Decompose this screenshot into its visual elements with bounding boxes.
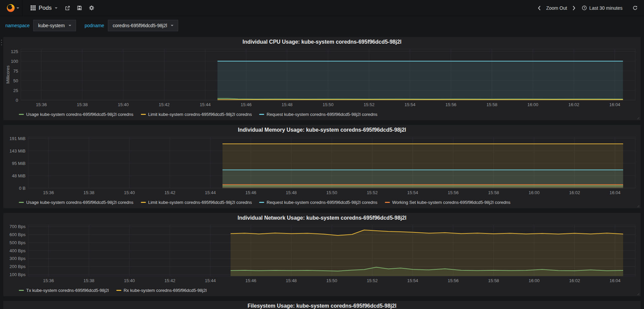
row-menu-handle[interactable] — [0, 39, 3, 46]
x-tick-label: 15:46 — [245, 278, 256, 283]
variable-label-namespace: namespace — [5, 23, 30, 28]
x-tick-label: 15:48 — [282, 102, 293, 107]
x-tick-label: 15:40 — [124, 278, 135, 283]
template-variables-bar: namespace kube-system podname coredns-69… — [0, 16, 644, 35]
x-tick-label: 15:50 — [326, 278, 337, 283]
chevron-down-icon — [55, 7, 57, 9]
x-tick-label: 15:38 — [77, 102, 88, 107]
x-tick-label: 15:40 — [118, 102, 129, 107]
x-tick-label: 15:36 — [43, 190, 54, 195]
legend-item[interactable]: Limit kube-system coredns-695f96dcd5-98j… — [141, 200, 252, 205]
panel-memory-usage: Individual Memory Usage: kube-system cor… — [3, 125, 641, 208]
x-tick-label: 15:58 — [486, 102, 497, 107]
time-range-button[interactable]: Last 30 minutes — [578, 0, 626, 16]
navbar-divider — [22, 0, 23, 16]
panel-resize-handle[interactable] — [636, 204, 640, 208]
x-tick-label: 15:36 — [36, 102, 47, 107]
series-fill — [231, 230, 623, 276]
legend-item[interactable]: Limit kube-system coredns-695f96dcd5-98j… — [141, 112, 252, 117]
save-button[interactable] — [74, 0, 86, 16]
settings-button[interactable] — [86, 0, 98, 16]
legend-series-name: Tx kube-system coredns-695f96dcd5-98j2l — [26, 288, 109, 293]
save-icon — [77, 5, 82, 10]
share-button[interactable] — [62, 0, 74, 16]
variable-podname: podname coredns-695f96dcd5-98j2l — [85, 20, 178, 31]
legend-color-swatch — [19, 202, 24, 203]
x-tick-label: 15:50 — [326, 190, 337, 195]
refresh-icon — [633, 5, 638, 10]
memory-usage-chart[interactable]: 0 B48 MiB95 MiB143 MiB191 MiB15:3615:381… — [5, 135, 639, 197]
legend-color-swatch — [19, 114, 24, 115]
panel-resize-handle[interactable] — [636, 116, 640, 120]
chart-legend: Tx kube-system coredns-695f96dcd5-98j2lR… — [5, 285, 639, 295]
time-forward-button[interactable] — [570, 0, 578, 16]
x-tick-label: 15:46 — [241, 102, 252, 107]
x-tick-label: 15:42 — [164, 190, 175, 195]
y-tick-label: 300 Bps — [9, 256, 26, 261]
variable-select-namespace[interactable]: kube-system — [33, 20, 76, 31]
y-tick-label: 100 — [11, 59, 18, 64]
variable-select-podname[interactable]: coredns-695f96dcd5-98j2l — [108, 20, 178, 31]
x-tick-label: 15:38 — [83, 190, 94, 195]
time-back-button[interactable] — [535, 0, 544, 16]
x-tick-label: 15:48 — [286, 278, 297, 283]
grid-icon — [31, 5, 36, 10]
zoom-out-button[interactable]: Zoom Out — [544, 0, 570, 16]
x-tick-label: 16:02 — [569, 278, 580, 283]
legend-item[interactable]: Rx kube-system coredns-695f96dcd5-98j2l — [116, 288, 207, 293]
x-tick-label: 16:00 — [527, 102, 538, 107]
panel-network-usage: Individual Network Usage: kube-system co… — [3, 213, 641, 296]
time-controls: Zoom Out Last 30 minutes — [535, 0, 641, 16]
legend-item[interactable]: Usage kube-system coredns-695f96dcd5-98j… — [19, 112, 133, 117]
x-tick-label: 16:04 — [609, 102, 620, 107]
x-tick-label: 15:44 — [205, 190, 216, 195]
x-tick-label: 15:54 — [407, 190, 418, 195]
panel-title[interactable]: Individual Network Usage: kube-system co… — [5, 213, 639, 223]
dashboard-body: Individual CPU Usage: kube-system coredn… — [0, 35, 644, 309]
panel-title[interactable]: Individual Memory Usage: kube-system cor… — [5, 125, 639, 135]
legend-item[interactable]: Request kube-system coredns-695f96dcd5-9… — [259, 112, 377, 117]
x-tick-label: 15:44 — [205, 278, 216, 283]
panel-resize-handle[interactable] — [636, 292, 640, 296]
panel-title[interactable]: Filesystem Usage: kube-system coredns-69… — [5, 301, 639, 309]
refresh-button[interactable] — [629, 0, 641, 16]
legend-series-name: Usage kube-system coredns-695f96dcd5-98j… — [26, 200, 133, 205]
share-icon — [65, 5, 70, 11]
x-tick-label: 16:00 — [529, 190, 540, 195]
dashboard-title: Pods — [39, 5, 52, 11]
cpu-usage-chart[interactable]: 025507510012515:3615:3815:4015:4215:4415… — [5, 47, 639, 109]
x-tick-label: 15:58 — [488, 190, 499, 195]
dashboard-picker[interactable]: Pods — [27, 0, 62, 16]
x-tick-label: 16:04 — [610, 278, 621, 283]
legend-item[interactable]: Tx kube-system coredns-695f96dcd5-98j2l — [19, 288, 109, 293]
x-tick-label: 15:40 — [124, 190, 135, 195]
y-tick-label: 125 — [11, 49, 18, 54]
y-tick-label: 700 Bps — [9, 224, 26, 229]
y-tick-label: 0 B — [19, 186, 26, 191]
legend-item[interactable]: Usage kube-system coredns-695f96dcd5-98j… — [19, 200, 133, 205]
y-tick-label: 400 Bps — [9, 248, 26, 253]
y-tick-label: 0 — [16, 98, 18, 103]
variable-value-podname: coredns-695f96dcd5-98j2l — [113, 23, 167, 28]
grafana-flame-icon — [6, 4, 15, 12]
panel-title[interactable]: Individual CPU Usage: kube-system coredn… — [5, 37, 639, 47]
y-tick-label: 191 MiB — [9, 136, 26, 141]
network-usage-chart[interactable]: 100 Bps200 Bps300 Bps400 Bps500 Bps600 B… — [5, 223, 639, 285]
y-tick-label: 100 Bps — [9, 272, 26, 277]
navbar: Pods — [0, 0, 644, 16]
x-tick-label: 15:52 — [367, 190, 378, 195]
clock-icon — [582, 5, 587, 10]
chart-legend: Usage kube-system coredns-695f96dcd5-98j… — [5, 109, 639, 119]
legend-item[interactable]: Working Set kube-system coredns-695f96dc… — [385, 200, 511, 205]
x-tick-label: 15:54 — [407, 278, 418, 283]
legend-series-name: Rx kube-system coredns-695f96dcd5-98j2l — [124, 288, 207, 293]
zoom-out-label: Zoom Out — [546, 5, 567, 11]
y-tick-label: 95 MiB — [12, 161, 26, 166]
legend-item[interactable]: Request kube-system coredns-695f96dcd5-9… — [259, 200, 377, 205]
x-tick-label: 15:58 — [488, 278, 499, 283]
x-tick-label: 16:02 — [568, 102, 579, 107]
panel-filesystem-usage: Filesystem Usage: kube-system coredns-69… — [3, 301, 641, 309]
grafana-logo-menu-button[interactable] — [3, 0, 22, 16]
y-tick-label: 143 MiB — [9, 148, 26, 153]
legend-color-swatch — [385, 202, 390, 203]
